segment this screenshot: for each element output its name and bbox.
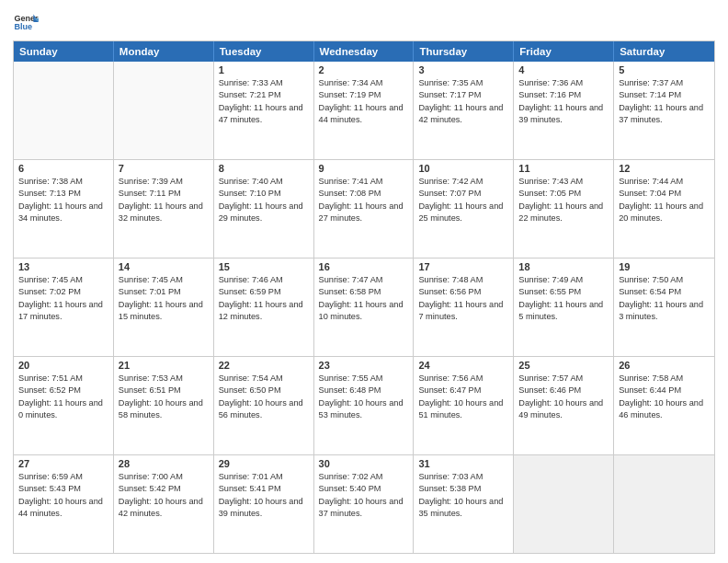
cell-info: Sunrise: 7:34 AMSunset: 7:19 PMDaylight:… xyxy=(319,77,409,126)
cal-cell: 24Sunrise: 7:56 AMSunset: 6:47 PMDayligh… xyxy=(414,357,514,454)
cell-info: Sunrise: 7:33 AMSunset: 7:21 PMDaylight:… xyxy=(219,77,309,126)
cal-cell: 5Sunrise: 7:37 AMSunset: 7:14 PMDaylight… xyxy=(614,62,714,159)
day-number: 12 xyxy=(619,163,710,174)
day-number: 30 xyxy=(319,458,409,469)
cal-cell xyxy=(614,455,714,553)
cal-cell: 21Sunrise: 7:53 AMSunset: 6:51 PMDayligh… xyxy=(114,357,214,454)
day-number: 23 xyxy=(319,360,409,371)
cell-info: Sunrise: 7:00 AMSunset: 5:42 PMDaylight:… xyxy=(119,471,209,520)
cell-info: Sunrise: 7:38 AMSunset: 7:13 PMDaylight:… xyxy=(18,176,108,224)
day-number: 29 xyxy=(219,458,309,469)
cal-row-1: 1Sunrise: 7:33 AMSunset: 7:21 PMDaylight… xyxy=(14,62,714,159)
cal-cell: 30Sunrise: 7:02 AMSunset: 5:40 PMDayligh… xyxy=(314,455,415,553)
cell-info: Sunrise: 7:43 AMSunset: 7:05 PMDaylight:… xyxy=(518,176,609,224)
day-number: 18 xyxy=(518,261,609,272)
cal-cell: 26Sunrise: 7:58 AMSunset: 6:44 PMDayligh… xyxy=(614,357,714,454)
cell-info: Sunrise: 7:35 AMSunset: 7:17 PMDaylight:… xyxy=(418,77,508,126)
day-header-friday: Friday xyxy=(514,41,614,62)
day-number: 14 xyxy=(119,261,209,272)
cal-cell: 2Sunrise: 7:34 AMSunset: 7:19 PMDaylight… xyxy=(314,62,415,159)
cal-cell: 6Sunrise: 7:38 AMSunset: 7:13 PMDaylight… xyxy=(14,160,114,258)
day-number: 28 xyxy=(119,458,209,469)
day-number: 21 xyxy=(119,360,209,371)
header: General Blue xyxy=(13,9,715,35)
cell-info: Sunrise: 7:57 AMSunset: 6:46 PMDaylight:… xyxy=(518,373,609,421)
cell-info: Sunrise: 7:47 AMSunset: 6:58 PMDaylight:… xyxy=(319,274,409,323)
cal-cell: 11Sunrise: 7:43 AMSunset: 7:05 PMDayligh… xyxy=(514,160,614,258)
cell-info: Sunrise: 7:50 AMSunset: 6:54 PMDaylight:… xyxy=(619,274,710,323)
day-header-thursday: Thursday xyxy=(414,41,514,62)
cal-cell: 28Sunrise: 7:00 AMSunset: 5:42 PMDayligh… xyxy=(114,455,214,553)
day-number: 3 xyxy=(418,64,508,75)
cal-cell xyxy=(114,62,214,159)
cal-row-4: 20Sunrise: 7:51 AMSunset: 6:52 PMDayligh… xyxy=(14,356,714,454)
cal-cell: 17Sunrise: 7:48 AMSunset: 6:56 PMDayligh… xyxy=(414,259,514,356)
cal-cell: 23Sunrise: 7:55 AMSunset: 6:48 PMDayligh… xyxy=(314,357,415,454)
cell-info: Sunrise: 7:49 AMSunset: 6:55 PMDaylight:… xyxy=(518,274,609,323)
cal-cell xyxy=(514,455,614,553)
cell-info: Sunrise: 7:58 AMSunset: 6:44 PMDaylight:… xyxy=(619,373,710,421)
cal-cell xyxy=(14,62,114,159)
day-number: 9 xyxy=(319,163,409,174)
calendar-body: 1Sunrise: 7:33 AMSunset: 7:21 PMDaylight… xyxy=(14,62,714,553)
day-header-sunday: Sunday xyxy=(14,41,114,62)
day-number: 10 xyxy=(418,163,508,174)
day-number: 31 xyxy=(418,458,508,469)
day-number: 17 xyxy=(418,261,508,272)
calendar: SundayMondayTuesdayWednesdayThursdayFrid… xyxy=(13,40,715,554)
cal-cell: 20Sunrise: 7:51 AMSunset: 6:52 PMDayligh… xyxy=(14,357,114,454)
cal-row-3: 13Sunrise: 7:45 AMSunset: 7:02 PMDayligh… xyxy=(14,258,714,356)
cal-cell: 22Sunrise: 7:54 AMSunset: 6:50 PMDayligh… xyxy=(214,357,314,454)
cell-info: Sunrise: 7:36 AMSunset: 7:16 PMDaylight:… xyxy=(518,77,609,126)
day-number: 26 xyxy=(619,360,710,371)
cell-info: Sunrise: 7:39 AMSunset: 7:11 PMDaylight:… xyxy=(119,176,209,224)
cal-cell: 1Sunrise: 7:33 AMSunset: 7:21 PMDaylight… xyxy=(214,62,314,159)
calendar-header: SundayMondayTuesdayWednesdayThursdayFrid… xyxy=(14,41,714,62)
cell-info: Sunrise: 7:44 AMSunset: 7:04 PMDaylight:… xyxy=(619,176,710,224)
cal-cell: 7Sunrise: 7:39 AMSunset: 7:11 PMDaylight… xyxy=(114,160,214,258)
day-header-monday: Monday xyxy=(114,41,214,62)
cal-cell: 3Sunrise: 7:35 AMSunset: 7:17 PMDaylight… xyxy=(414,62,514,159)
day-number: 16 xyxy=(319,261,409,272)
day-number: 27 xyxy=(18,458,108,469)
cell-info: Sunrise: 7:02 AMSunset: 5:40 PMDaylight:… xyxy=(319,471,409,520)
day-number: 7 xyxy=(119,163,209,174)
day-number: 24 xyxy=(418,360,508,371)
day-number: 8 xyxy=(219,163,309,174)
cell-info: Sunrise: 7:48 AMSunset: 6:56 PMDaylight:… xyxy=(418,274,508,323)
cal-cell: 8Sunrise: 7:40 AMSunset: 7:10 PMDaylight… xyxy=(214,160,314,258)
cal-cell: 14Sunrise: 7:45 AMSunset: 7:01 PMDayligh… xyxy=(114,259,214,356)
cell-info: Sunrise: 7:45 AMSunset: 7:01 PMDaylight:… xyxy=(119,274,209,323)
cal-cell: 15Sunrise: 7:46 AMSunset: 6:59 PMDayligh… xyxy=(214,259,314,356)
day-number: 22 xyxy=(219,360,309,371)
day-number: 2 xyxy=(319,64,409,75)
day-header-saturday: Saturday xyxy=(614,41,714,62)
cell-info: Sunrise: 7:55 AMSunset: 6:48 PMDaylight:… xyxy=(319,373,409,421)
cell-info: Sunrise: 7:45 AMSunset: 7:02 PMDaylight:… xyxy=(18,274,108,323)
day-number: 5 xyxy=(619,64,710,75)
day-header-wednesday: Wednesday xyxy=(314,41,415,62)
day-number: 19 xyxy=(619,261,710,272)
cell-info: Sunrise: 7:54 AMSunset: 6:50 PMDaylight:… xyxy=(219,373,309,421)
cell-info: Sunrise: 7:37 AMSunset: 7:14 PMDaylight:… xyxy=(619,77,710,126)
cal-row-2: 6Sunrise: 7:38 AMSunset: 7:13 PMDaylight… xyxy=(14,159,714,258)
cal-cell: 16Sunrise: 7:47 AMSunset: 6:58 PMDayligh… xyxy=(314,259,415,356)
cell-info: Sunrise: 7:42 AMSunset: 7:07 PMDaylight:… xyxy=(418,176,508,224)
cell-info: Sunrise: 7:56 AMSunset: 6:47 PMDaylight:… xyxy=(418,373,508,421)
day-number: 13 xyxy=(18,261,108,272)
day-header-tuesday: Tuesday xyxy=(214,41,314,62)
cal-cell: 10Sunrise: 7:42 AMSunset: 7:07 PMDayligh… xyxy=(414,160,514,258)
cal-cell: 12Sunrise: 7:44 AMSunset: 7:04 PMDayligh… xyxy=(614,160,714,258)
cell-info: Sunrise: 7:51 AMSunset: 6:52 PMDaylight:… xyxy=(18,373,108,421)
svg-text:Blue: Blue xyxy=(14,22,32,31)
cal-cell: 25Sunrise: 7:57 AMSunset: 6:46 PMDayligh… xyxy=(514,357,614,454)
cell-info: Sunrise: 7:46 AMSunset: 6:59 PMDaylight:… xyxy=(219,274,309,323)
cal-cell: 18Sunrise: 7:49 AMSunset: 6:55 PMDayligh… xyxy=(514,259,614,356)
day-number: 11 xyxy=(518,163,609,174)
cal-cell: 29Sunrise: 7:01 AMSunset: 5:41 PMDayligh… xyxy=(214,455,314,553)
cell-info: Sunrise: 7:53 AMSunset: 6:51 PMDaylight:… xyxy=(119,373,209,421)
day-number: 4 xyxy=(518,64,609,75)
day-number: 1 xyxy=(219,64,309,75)
cal-cell: 4Sunrise: 7:36 AMSunset: 7:16 PMDaylight… xyxy=(514,62,614,159)
cell-info: Sunrise: 7:01 AMSunset: 5:41 PMDaylight:… xyxy=(219,471,309,520)
